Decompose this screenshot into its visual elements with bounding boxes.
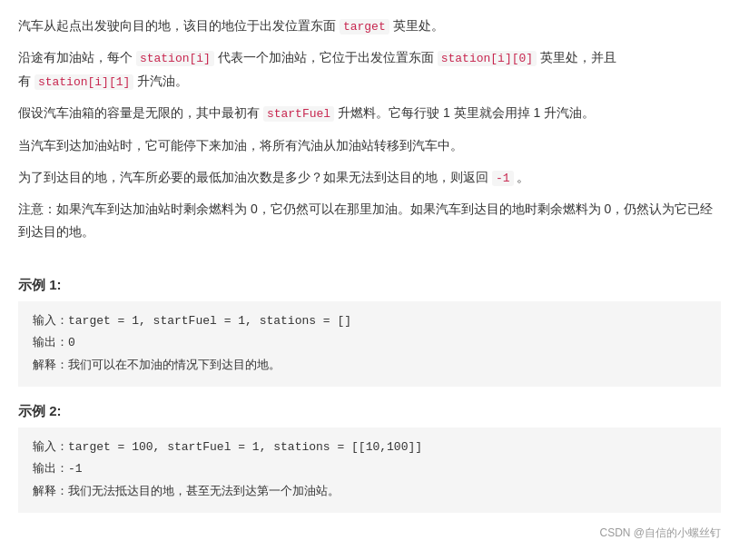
watermark: CSDN @自信的小螺丝钉 bbox=[18, 526, 721, 541]
paragraph-1: 汽车从起点出发驶向目的地，该目的地位于出发位置东面 target 英里处。 bbox=[18, 15, 721, 37]
paragraph-5: 为了到达目的地，汽车所必要的最低加油次数是多少？如果无法到达目的地，则返回 -1… bbox=[18, 166, 721, 189]
paragraph-3: 假设汽车油箱的容量是无限的，其中最初有 startFuel 升燃料。它每行驶 1… bbox=[18, 102, 721, 124]
p3-code-startfuel: startFuel bbox=[263, 106, 334, 122]
example1-title: 示例 1: bbox=[18, 277, 721, 294]
p6-text: 注意：如果汽车到达加油站时剩余燃料为 0，它仍然可以在那里加油。如果汽车到达目的… bbox=[18, 201, 713, 239]
p3-text2: 升燃料。它每行驶 1 英里就会用掉 1 升汽油。 bbox=[334, 105, 595, 120]
p5-text2: 。 bbox=[514, 170, 530, 184]
example2-explain: 解释：我们无法抵达目的地，甚至无法到达第一个加油站。 bbox=[33, 481, 706, 504]
p1-text1: 汽车从起点出发驶向目的地，该目的地位于出发位置东面 bbox=[18, 18, 340, 33]
example2-input: 输入：target = 100, startFuel = 1, stations… bbox=[33, 437, 706, 459]
example1-input: 输入：target = 1, startFuel = 1, stations =… bbox=[33, 310, 706, 333]
p5-code-neg1: -1 bbox=[492, 171, 514, 186]
example2-title: 示例 2: bbox=[18, 403, 721, 420]
p1-text2: 英里处。 bbox=[389, 18, 444, 33]
paragraph-6: 注意：如果汽车到达加油站时剩余燃料为 0，它仍然可以在那里加油。如果汽车到达目的… bbox=[18, 198, 721, 243]
p4-text: 当汽车到达加油站时，它可能停下来加油，将所有汽油从加油站转移到汽车中。 bbox=[18, 138, 463, 152]
paragraph-2: 沿途有加油站，每个 station[i] 代表一个加油站，它位于出发位置东面 s… bbox=[18, 46, 721, 93]
main-content: 汽车从起点出发驶向目的地，该目的地位于出发位置东面 target 英里处。 沿途… bbox=[18, 15, 721, 541]
p3-text1: 假设汽车油箱的容量是无限的，其中最初有 bbox=[18, 105, 263, 120]
p2-text4: 有 bbox=[18, 74, 34, 88]
p2-text2: 代表一个加油站，它位于出发位置东面 bbox=[214, 50, 438, 64]
example2-output: 输出：-1 bbox=[33, 458, 706, 481]
p2-code-station-i: station[i] bbox=[136, 51, 214, 66]
example1-output: 输出：0 bbox=[33, 332, 706, 355]
p2-text3: 英里处，并且 bbox=[537, 50, 616, 64]
example1-explain: 解释：我们可以在不加油的情况下到达目的地。 bbox=[33, 355, 706, 378]
p2-text5: 升汽油。 bbox=[133, 74, 188, 88]
p2-text1: 沿途有加油站，每个 bbox=[18, 50, 136, 64]
example1-block: 输入：target = 1, startFuel = 1, stations =… bbox=[18, 301, 721, 387]
p2-code-station-i-0: station[i][0] bbox=[438, 51, 537, 66]
paragraph-4: 当汽车到达加油站时，它可能停下来加油，将所有汽油从加油站转移到汽车中。 bbox=[18, 134, 721, 157]
p5-text1: 为了到达目的地，汽车所必要的最低加油次数是多少？如果无法到达目的地，则返回 bbox=[18, 170, 492, 184]
p2-code-station-i-1: station[i][1] bbox=[34, 74, 133, 90]
p1-code-target: target bbox=[340, 19, 389, 34]
example2-block: 输入：target = 100, startFuel = 1, stations… bbox=[18, 427, 721, 513]
